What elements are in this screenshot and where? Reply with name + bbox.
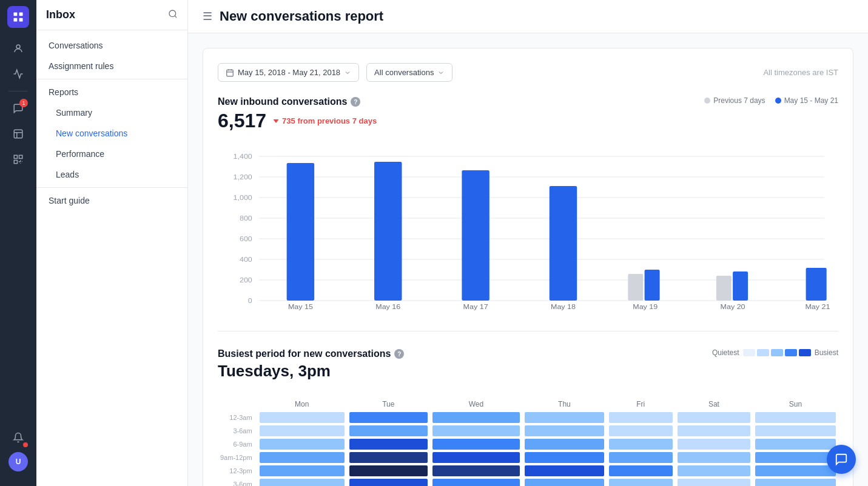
chart-title: New inbound conversations ?: [218, 96, 377, 107]
busiest-section: Busiest period for new conversations ? T…: [218, 348, 838, 486]
heatmap-row: 9am-12pm: [218, 451, 838, 464]
svg-rect-5: [14, 130, 22, 138]
heatmap-cell: [522, 424, 606, 438]
busiest-legend: Quietest Busiest: [712, 348, 838, 357]
nav-item-conversations[interactable]: Conversations: [36, 35, 187, 56]
svg-text:May 21: May 21: [805, 303, 830, 310]
heatmap-cell: [430, 424, 523, 438]
sidebar-icon-apps[interactable]: [7, 148, 29, 170]
heatmap-header-sat: Sat: [675, 398, 753, 411]
nav-item-start-guide[interactable]: Start guide: [36, 190, 187, 211]
sidebar-icon-contacts[interactable]: [7, 38, 29, 59]
sidebar-icon-reports[interactable]: [7, 63, 29, 85]
svg-text:400: 400: [240, 256, 252, 263]
heatmap-container: Mon Tue Wed Thu Fri Sat Sun 12-3am3-6am6…: [218, 398, 838, 486]
bar-may19-curr: [645, 270, 660, 301]
bar-may15: [287, 163, 314, 301]
heatmap-header-row: Mon Tue Wed Thu Fri Sat Sun: [218, 398, 838, 411]
heatmap-cell: [430, 464, 523, 478]
sidebar-icon-inbox[interactable]: 1: [7, 98, 29, 119]
app-logo[interactable]: [7, 6, 29, 28]
legend-previous: Previous 7 days: [704, 96, 765, 105]
heatmap-cell: [607, 438, 675, 451]
heatmap-header-empty: [218, 398, 257, 411]
svg-rect-8: [14, 155, 17, 158]
icon-sidebar: 1 U: [0, 0, 36, 486]
bar-may19-prev: [628, 274, 643, 301]
heatmap-cell: [347, 424, 430, 438]
heat-swatch-3: [771, 349, 783, 356]
heatmap-cell: [607, 478, 675, 486]
heatmap-cell: [607, 424, 675, 438]
heatmap-cell: [522, 438, 606, 451]
heatmap-cell: [347, 464, 430, 478]
date-range-filter[interactable]: May 15, 2018 - May 21, 2018: [218, 63, 359, 82]
nav-item-new-conversations[interactable]: New conversations: [36, 123, 187, 144]
sidebar-icon-messages[interactable]: [7, 123, 29, 145]
heatmap-header-mon: Mon: [257, 398, 347, 411]
heatmap-cell: [522, 451, 606, 464]
heatmap-cell: [753, 411, 838, 424]
svg-rect-1: [19, 13, 23, 16]
svg-rect-10: [14, 161, 17, 164]
heatmap-cell: [675, 451, 753, 464]
search-button[interactable]: [168, 9, 178, 21]
heatmap-cell: [675, 464, 753, 478]
filters-row: May 15, 2018 - May 21, 2018 All conversa…: [218, 63, 838, 82]
svg-point-11: [169, 10, 176, 17]
chat-fab[interactable]: [827, 445, 856, 474]
page-title: New conversations report: [220, 8, 383, 24]
heatmap-cell: [257, 424, 347, 438]
notification-dot: [23, 442, 28, 447]
svg-rect-9: [19, 155, 22, 158]
svg-text:0: 0: [248, 297, 252, 304]
heatmap-cell: [257, 451, 347, 464]
nav-sidebar: Inbox Conversations Assignment rules Rep…: [36, 0, 188, 486]
heat-swatch-2: [757, 349, 769, 356]
bar-may17: [462, 170, 489, 301]
report-card: May 15, 2018 - May 21, 2018 All conversa…: [203, 48, 853, 486]
heatmap-cell: [753, 478, 838, 486]
nav-item-leads[interactable]: Leads: [36, 164, 187, 185]
heatmap-cell: [257, 464, 347, 478]
busiest-info-icon[interactable]: ?: [394, 349, 404, 359]
heatmap-cell: [430, 438, 523, 451]
heatmap-header-thu: Thu: [522, 398, 606, 411]
nav-item-summary[interactable]: Summary: [36, 102, 187, 123]
bar-may21: [806, 268, 827, 301]
svg-text:May 15: May 15: [288, 303, 313, 310]
heatmap-cell: [430, 411, 523, 424]
heatmap-header-tue: Tue: [347, 398, 430, 411]
svg-marker-17: [274, 119, 279, 123]
inbox-badge: 1: [19, 99, 28, 107]
heatmap-cell: [347, 411, 430, 424]
menu-icon[interactable]: ☰: [203, 10, 212, 23]
nav-item-performance[interactable]: Performance: [36, 144, 187, 164]
nav-item-assignment-rules[interactable]: Assignment rules: [36, 56, 187, 76]
heatmap-row-label: 9am-12pm: [218, 451, 257, 464]
heatmap-cell: [347, 451, 430, 464]
svg-text:200: 200: [240, 276, 252, 284]
heatmap-cell: [257, 478, 347, 486]
svg-rect-3: [19, 18, 23, 22]
sidebar-icon-notifications[interactable]: [7, 427, 29, 448]
chart-info-icon[interactable]: ?: [351, 97, 360, 107]
chart-total: 6,517 735 from previous 7 days: [218, 110, 377, 132]
heatmap-body: 12-3am3-6am6-9am9am-12pm12-3pm3-6pm6-9pm…: [218, 411, 838, 486]
heatmap-row: 3-6pm: [218, 478, 838, 486]
heatmap-cell: [430, 451, 523, 464]
heatmap-header-sun: Sun: [753, 398, 838, 411]
svg-text:May 20: May 20: [721, 303, 745, 310]
svg-text:May 18: May 18: [551, 303, 576, 310]
svg-rect-2: [14, 18, 18, 22]
svg-text:800: 800: [240, 215, 252, 222]
heatmap-cell: [347, 438, 430, 451]
heatmap-row: 3-6am: [218, 424, 838, 438]
heatmap-row-label: 12-3pm: [218, 464, 257, 478]
nav-section-main: Conversations Assignment rules Reports S…: [36, 30, 187, 216]
user-avatar[interactable]: U: [8, 452, 28, 471]
conversation-type-filter[interactable]: All conversations: [366, 63, 453, 82]
svg-line-12: [175, 16, 177, 18]
nav-item-reports[interactable]: Reports: [36, 82, 187, 102]
chart-section: New inbound conversations ? 6,517 735 fr…: [218, 96, 838, 314]
